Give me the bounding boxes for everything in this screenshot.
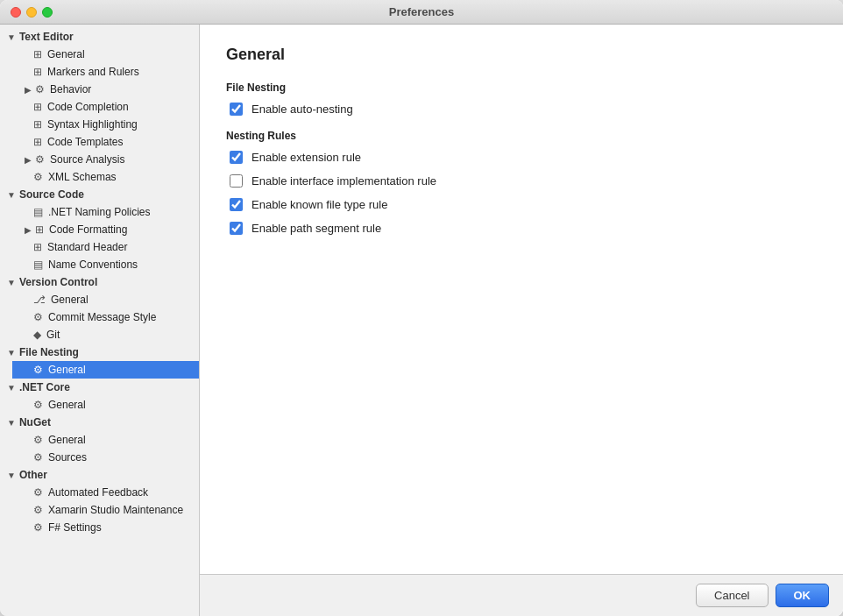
- sidebar-section-nuget[interactable]: ▼ NuGet: [0, 414, 199, 431]
- gear-icon: ⚙: [33, 521, 43, 534]
- sidebar-item-name-conventions[interactable]: ▤ Name Conventions: [12, 256, 199, 273]
- known-file-rule-checkbox[interactable]: [230, 198, 243, 211]
- gear-icon: ⚙: [33, 486, 43, 499]
- sidebar-item-nc-general[interactable]: ⚙ General: [12, 396, 199, 414]
- sidebar-section-label: .NET Core: [19, 381, 70, 393]
- extension-rule-row: Enable extension rule: [226, 151, 817, 164]
- chevron-right-icon: ▶: [25, 225, 32, 235]
- extension-rule-checkbox[interactable]: [230, 151, 243, 164]
- sidebar-section-version-control[interactable]: ▼ Version Control: [0, 273, 199, 291]
- main-panel: General File Nesting Enable auto-nesting…: [200, 25, 843, 616]
- content-area: ▼ Text Editor ⊞ General ⊞ Markers and Ru…: [0, 25, 843, 616]
- path-segment-rule-checkbox[interactable]: [230, 222, 243, 235]
- auto-nesting-label[interactable]: Enable auto-nesting: [251, 103, 353, 116]
- window-title: Preferences: [389, 5, 454, 18]
- sidebar-section-label: Source Code: [19, 188, 84, 201]
- footer: Cancel OK: [200, 574, 843, 616]
- branch-icon: ⎇: [33, 294, 46, 306]
- main-content: General File Nesting Enable auto-nesting…: [200, 25, 843, 574]
- text-editor-items: ⊞ General ⊞ Markers and Rulers ▶ ⚙ Behav…: [0, 46, 199, 186]
- path-segment-rule-row: Enable path segment rule: [226, 222, 817, 235]
- sidebar: ▼ Text Editor ⊞ General ⊞ Markers and Ru…: [0, 25, 200, 616]
- grid-icon: ⊞: [33, 241, 42, 253]
- doc-icon: ▤: [33, 258, 43, 271]
- sidebar-item-commit-message[interactable]: ⚙ Commit Message Style: [12, 308, 199, 326]
- sidebar-item-syntax-highlighting[interactable]: ⊞ Syntax Highlighting: [12, 116, 199, 133]
- chevron-right-icon: ▶: [25, 155, 32, 165]
- sidebar-item-general[interactable]: ⊞ General: [12, 46, 199, 63]
- path-segment-rule-label[interactable]: Enable path segment rule: [251, 222, 381, 235]
- gear-icon: ⚙: [35, 153, 45, 166]
- sidebar-item-code-templates[interactable]: ⊞ Code Templates: [12, 133, 199, 151]
- minimize-button[interactable]: [26, 7, 37, 18]
- sidebar-section-source-code[interactable]: ▼ Source Code: [0, 186, 199, 203]
- auto-nesting-row: Enable auto-nesting: [226, 103, 817, 116]
- arrow-icon: ▼: [7, 190, 16, 200]
- file-nesting-label: File Nesting: [226, 81, 817, 94]
- grid-icon: ⊞: [33, 66, 42, 78]
- sidebar-item-net-naming[interactable]: ▤ .NET Naming Policies: [12, 203, 199, 221]
- sidebar-item-source-analysis[interactable]: ▶ ⚙ Source Analysis: [12, 151, 199, 168]
- doc-icon: ▤: [33, 206, 43, 218]
- grid-icon: ⊞: [33, 118, 42, 131]
- gear-icon: ⚙: [33, 171, 43, 183]
- extension-rule-label[interactable]: Enable extension rule: [251, 151, 361, 164]
- arrow-icon: ▼: [7, 278, 16, 287]
- ok-button[interactable]: OK: [776, 584, 830, 607]
- interface-rule-label[interactable]: Enable interface implementation rule: [251, 174, 436, 188]
- arrow-icon: ▼: [7, 383, 16, 393]
- sidebar-item-nuget-general[interactable]: ⚙ General: [12, 431, 199, 449]
- diamond-icon: ◆: [33, 329, 41, 341]
- sidebar-item-standard-header[interactable]: ⊞ Standard Header: [12, 238, 199, 256]
- grid-icon: ⊞: [33, 101, 42, 113]
- net-core-items: ⚙ General: [0, 396, 199, 414]
- sidebar-section-other[interactable]: ▼ Other: [0, 466, 199, 484]
- gear-icon: ⚙: [33, 311, 43, 323]
- close-button[interactable]: [11, 7, 21, 18]
- sidebar-item-vc-general[interactable]: ⎇ General: [12, 291, 199, 308]
- auto-nesting-checkbox[interactable]: [230, 103, 243, 116]
- gear-icon: ⚙: [33, 364, 43, 376]
- sidebar-item-git[interactable]: ◆ Git: [12, 326, 199, 343]
- sidebar-section-net-core[interactable]: ▼ .NET Core: [0, 379, 199, 396]
- sidebar-section-label: Other: [19, 469, 47, 481]
- gear-icon: ⚙: [35, 83, 45, 96]
- file-nesting-items: ⚙ General: [0, 361, 199, 379]
- sidebar-section-label: NuGet: [19, 416, 51, 428]
- nuget-items: ⚙ General ⚙ Sources: [0, 431, 199, 466]
- cancel-button[interactable]: Cancel: [696, 584, 768, 607]
- interface-rule-checkbox[interactable]: [230, 174, 243, 188]
- maximize-button[interactable]: [42, 7, 53, 18]
- arrow-icon: ▼: [7, 32, 16, 42]
- sidebar-section-text-editor[interactable]: ▼ Text Editor: [0, 28, 199, 46]
- preferences-window: Preferences ▼ Text Editor ⊞ General ⊞ Ma…: [0, 0, 843, 616]
- sidebar-section-label: Version Control: [19, 276, 97, 288]
- sidebar-item-fsharp-settings[interactable]: ⚙ F# Settings: [12, 519, 199, 536]
- known-file-rule-label[interactable]: Enable known file type rule: [251, 198, 387, 211]
- version-control-items: ⎇ General ⚙ Commit Message Style ◆ Git: [0, 291, 199, 343]
- source-code-items: ▤ .NET Naming Policies ▶ ⊞ Code Formatti…: [0, 203, 199, 273]
- traffic-lights: [11, 7, 53, 18]
- sidebar-item-fn-general[interactable]: ⚙ General: [12, 361, 199, 379]
- sidebar-item-code-completion[interactable]: ⊞ Code Completion: [12, 98, 199, 116]
- sidebar-section-label: Text Editor: [19, 31, 74, 43]
- gear-icon: ⚙: [33, 434, 43, 446]
- sidebar-item-code-formatting[interactable]: ▶ ⊞ Code Formatting: [12, 221, 199, 238]
- nesting-rules-section: Nesting Rules Enable extension rule Enab…: [226, 130, 817, 235]
- other-items: ⚙ Automated Feedback ⚙ Xamarin Studio Ma…: [0, 484, 199, 536]
- sidebar-item-xamarin-maintenance[interactable]: ⚙ Xamarin Studio Maintenance: [12, 501, 199, 519]
- sidebar-item-nuget-sources[interactable]: ⚙ Sources: [12, 449, 199, 466]
- sidebar-item-automated-feedback[interactable]: ⚙ Automated Feedback: [12, 484, 199, 501]
- sidebar-section-file-nesting[interactable]: ▼ File Nesting: [0, 343, 199, 361]
- interface-rule-row: Enable interface implementation rule: [226, 174, 817, 188]
- known-file-rule-row: Enable known file type rule: [226, 198, 817, 211]
- page-title: General: [226, 46, 817, 64]
- gear-icon: ⚙: [33, 504, 43, 516]
- sidebar-item-markers-rulers[interactable]: ⊞ Markers and Rulers: [12, 63, 199, 81]
- chevron-right-icon: ▶: [25, 85, 32, 95]
- gear-icon: ⚙: [33, 399, 43, 411]
- gear-icon: ⚙: [33, 451, 43, 464]
- sidebar-item-xml-schemas[interactable]: ⚙ XML Schemas: [12, 168, 199, 186]
- arrow-icon: ▼: [7, 348, 16, 358]
- sidebar-item-behavior[interactable]: ▶ ⚙ Behavior: [12, 81, 199, 98]
